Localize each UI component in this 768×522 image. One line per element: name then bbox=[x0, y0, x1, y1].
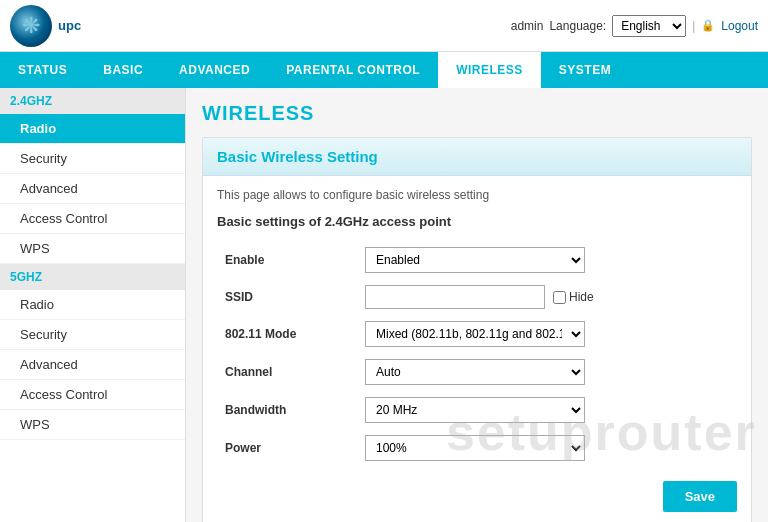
sidebar: 2.4GHZ Radio Security Advanced Access Co… bbox=[0, 88, 186, 522]
logo-flame: ❋ bbox=[22, 13, 40, 39]
sidebar-item-wps-2ghz[interactable]: WPS bbox=[0, 234, 185, 264]
sidebar-item-radio-2ghz[interactable]: Radio bbox=[0, 114, 185, 144]
select-bandwidth[interactable]: 20 MHz 40 MHz 20/40 MHz bbox=[365, 397, 585, 423]
table-row-bandwidth: Bandwidth 20 MHz 40 MHz 20/40 MHz bbox=[217, 391, 737, 429]
main-layout: 2.4GHZ Radio Security Advanced Access Co… bbox=[0, 88, 768, 522]
select-mode[interactable]: Mixed (802.11b, 802.11g and 802.11n) 802… bbox=[365, 321, 585, 347]
top-right-area: admin Language: English German French | … bbox=[511, 15, 758, 37]
sidebar-item-access-control-2ghz[interactable]: Access Control bbox=[0, 204, 185, 234]
nav-parental-control[interactable]: PARENTAL CONTROL bbox=[268, 52, 438, 88]
hide-checkbox[interactable] bbox=[553, 291, 566, 304]
select-enable[interactable]: Enabled Disabled bbox=[365, 247, 585, 273]
logo-icon: ❋ bbox=[10, 5, 52, 47]
select-power[interactable]: 100% 75% 50% 25% bbox=[365, 435, 585, 461]
table-row-power: Power 100% 75% 50% 25% bbox=[217, 429, 737, 467]
save-row: Save bbox=[217, 481, 737, 512]
label-bandwidth: Bandwidth bbox=[217, 391, 357, 429]
language-label: Language: bbox=[549, 19, 606, 33]
top-bar: ❋ upc admin Language: English German Fre… bbox=[0, 0, 768, 52]
sidebar-group-2ghz[interactable]: 2.4GHZ bbox=[0, 88, 185, 114]
sidebar-item-advanced-2ghz[interactable]: Advanced bbox=[0, 174, 185, 204]
nav-advanced[interactable]: ADVANCED bbox=[161, 52, 268, 88]
admin-label: admin bbox=[511, 19, 544, 33]
table-row-enable: Enable Enabled Disabled bbox=[217, 241, 737, 279]
content-area: WIRELESS Basic Wireless Setting This pag… bbox=[186, 88, 768, 522]
nav-bar: STATUS BASIC ADVANCED PARENTAL CONTROL W… bbox=[0, 52, 768, 88]
language-select[interactable]: English German French bbox=[612, 15, 686, 37]
card-description: This page allows to configure basic wire… bbox=[217, 188, 737, 202]
label-power: Power bbox=[217, 429, 357, 467]
lock-icon: 🔒 bbox=[701, 19, 715, 32]
label-mode: 802.11 Mode bbox=[217, 315, 357, 353]
card-body: This page allows to configure basic wire… bbox=[203, 176, 751, 522]
sidebar-item-security-5ghz[interactable]: Security bbox=[0, 320, 185, 350]
sidebar-item-security-2ghz[interactable]: Security bbox=[0, 144, 185, 174]
card-header: Basic Wireless Setting bbox=[203, 138, 751, 176]
sidebar-item-radio-5ghz[interactable]: Radio bbox=[0, 290, 185, 320]
label-channel: Channel bbox=[217, 353, 357, 391]
sidebar-item-advanced-5ghz[interactable]: Advanced bbox=[0, 350, 185, 380]
logo-area: ❋ upc bbox=[10, 5, 81, 47]
sidebar-group-5ghz[interactable]: 5GHZ bbox=[0, 264, 185, 290]
table-row-ssid: SSID Hide bbox=[217, 279, 737, 315]
sidebar-item-wps-5ghz[interactable]: WPS bbox=[0, 410, 185, 440]
divider: | bbox=[692, 19, 695, 33]
logo-text: upc bbox=[58, 18, 81, 33]
main-card: Basic Wireless Setting This page allows … bbox=[202, 137, 752, 522]
nav-system[interactable]: SYSTEM bbox=[541, 52, 629, 88]
section-title: Basic settings of 2.4GHz access point bbox=[217, 214, 737, 229]
ssid-row: Hide bbox=[365, 285, 729, 309]
hide-label: Hide bbox=[553, 290, 594, 304]
save-button[interactable]: Save bbox=[663, 481, 737, 512]
page-title: WIRELESS bbox=[202, 102, 752, 125]
nav-basic[interactable]: BASIC bbox=[85, 52, 161, 88]
table-row-channel: Channel Auto 123 456 789 1011 bbox=[217, 353, 737, 391]
select-channel[interactable]: Auto 123 456 789 1011 bbox=[365, 359, 585, 385]
nav-status[interactable]: STATUS bbox=[0, 52, 85, 88]
form-table: Enable Enabled Disabled SSID bbox=[217, 241, 737, 467]
label-ssid: SSID bbox=[217, 279, 357, 315]
sidebar-item-access-control-5ghz[interactable]: Access Control bbox=[0, 380, 185, 410]
label-enable: Enable bbox=[217, 241, 357, 279]
nav-wireless[interactable]: WIRELESS bbox=[438, 52, 541, 88]
logout-button[interactable]: Logout bbox=[721, 19, 758, 33]
ssid-input[interactable] bbox=[365, 285, 545, 309]
table-row-mode: 802.11 Mode Mixed (802.11b, 802.11g and … bbox=[217, 315, 737, 353]
